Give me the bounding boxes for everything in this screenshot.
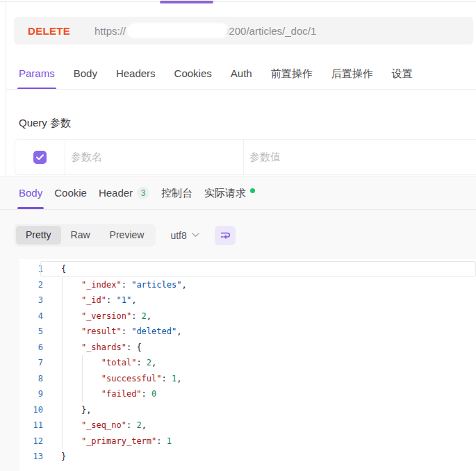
response-tab-label: Header xyxy=(99,186,133,200)
request-url-bar[interactable]: DELETE https://9200/articles/_doc/1 xyxy=(14,17,473,44)
request-tab-1[interactable]: Body xyxy=(74,67,97,81)
api-client-screen: DELETE https://9200/articles/_doc/1 Para… xyxy=(0,0,476,471)
response-tab-1[interactable]: Cookie xyxy=(54,186,87,200)
view-mode-raw[interactable]: Raw xyxy=(61,226,100,245)
param-name-placeholder: 参数名 xyxy=(71,151,102,164)
request-tab-0[interactable]: Params xyxy=(19,67,55,81)
chevron-down-icon xyxy=(192,233,199,238)
code-line-11: 11 "_seq_no": 2, xyxy=(19,418,476,433)
code-line-3: 3 "_id": "1", xyxy=(19,292,476,308)
response-tab-label: 控制台 xyxy=(161,186,192,200)
response-tab-2[interactable]: Header3 xyxy=(99,186,149,200)
line-number: 11 xyxy=(19,418,43,433)
code-line-content: "_seq_no": 2, xyxy=(61,418,147,433)
view-mode-switch: PrettyRawPreview xyxy=(14,224,156,247)
url-prefix: https:// xyxy=(95,25,126,37)
line-number: 12 xyxy=(19,433,43,449)
code-line-10: 10 }, xyxy=(19,402,476,418)
code-line-9: 9 "failed": 0 xyxy=(19,386,476,402)
code-line-8: 8 "successful": 1, xyxy=(19,371,476,387)
request-tabs: ParamsBodyHeadersCookiesAuth前置操作后置操作设置 xyxy=(19,67,413,81)
check-icon xyxy=(36,154,44,160)
header-count-badge: 3 xyxy=(137,187,149,199)
code-line-4: 4 "_version": 2, xyxy=(19,308,476,324)
indent-guide xyxy=(82,355,83,402)
line-number: 7 xyxy=(19,355,43,371)
request-tab-6[interactable]: 后置操作 xyxy=(331,67,373,81)
response-section: BodyCookieHeader3控制台实际请求 PrettyRawPrevie… xyxy=(0,176,476,471)
encoding-value: utf8 xyxy=(170,230,186,241)
redacted-host-blob xyxy=(127,23,229,38)
code-line-5: 5 "result": "deleted", xyxy=(19,324,476,340)
url-suffix: 9200/articles/_doc/1 xyxy=(223,25,316,37)
response-tab-label: Body xyxy=(19,186,42,200)
param-value-input[interactable]: 参数值 xyxy=(244,140,476,174)
view-mode-preview[interactable]: Preview xyxy=(100,226,154,245)
active-line-highlight xyxy=(40,261,476,276)
code-line-content: }, xyxy=(61,402,91,418)
code-line-content: } xyxy=(61,449,66,465)
top-tab-indicator xyxy=(160,1,213,3)
line-number: 4 xyxy=(19,308,43,324)
query-params-title: Query 参数 xyxy=(19,117,71,130)
code-line-content: "_index": "articles", xyxy=(61,277,187,293)
response-toolbar: PrettyRawPreview utf8 xyxy=(14,224,236,247)
code-line-7: 7 "total": 2, xyxy=(19,355,476,371)
code-line-content: "_shards": { xyxy=(61,340,142,356)
word-wrap-icon xyxy=(220,230,231,241)
response-tab-3[interactable]: 控制台 xyxy=(161,186,192,200)
code-line-content: "successful": 1, xyxy=(61,371,181,387)
word-wrap-button[interactable] xyxy=(215,226,236,245)
request-tab-2[interactable]: Headers xyxy=(116,67,156,81)
checkbox-cell xyxy=(15,140,65,174)
code-line-content: "total": 2, xyxy=(61,355,156,371)
indent-guide xyxy=(62,277,63,449)
code-line-content: "_version": 2, xyxy=(61,308,151,324)
param-name-input[interactable]: 参数名 xyxy=(65,140,244,174)
green-dot-indicator xyxy=(250,188,255,193)
encoding-select[interactable]: utf8 xyxy=(170,230,199,241)
code-line-2: 2 "_index": "articles", xyxy=(19,277,476,293)
param-value-placeholder: 参数值 xyxy=(249,151,281,164)
request-tabs-divider xyxy=(6,89,476,90)
response-tab-label: Cookie xyxy=(54,186,87,200)
code-line-12: 12 "_primary_term": 1 xyxy=(19,433,476,449)
request-tab-4[interactable]: Auth xyxy=(231,67,252,81)
line-number: 10 xyxy=(19,402,43,418)
query-params-table: 参数名 参数值 xyxy=(15,139,476,175)
code-line-13: 13} xyxy=(19,449,476,465)
response-tabs-divider xyxy=(0,209,476,210)
request-method-label[interactable]: DELETE xyxy=(28,25,70,37)
code-line-content: "_primary_term": 1 xyxy=(61,433,172,449)
top-tabbar-border xyxy=(0,1,476,2)
code-line-content: "_id": "1", xyxy=(61,292,136,308)
request-url[interactable]: https://9200/articles/_doc/1 xyxy=(95,23,316,38)
code-lines: 1{2 "_index": "articles",3 "_id": "1",4 … xyxy=(19,258,476,465)
request-tab-3[interactable]: Cookies xyxy=(174,67,212,81)
response-editor[interactable]: 1{2 "_index": "articles",3 "_id": "1",4 … xyxy=(19,258,476,471)
code-line-6: 6 "_shards": { xyxy=(19,340,476,356)
line-number: 3 xyxy=(19,292,43,308)
line-number: 13 xyxy=(19,449,43,465)
line-number: 6 xyxy=(19,340,43,356)
select-all-checkbox[interactable] xyxy=(33,151,47,164)
code-line-content: "result": "deleted", xyxy=(61,324,181,340)
line-number: 5 xyxy=(19,324,43,340)
response-tab-label: 实际请求 xyxy=(204,186,246,200)
response-tab-4[interactable]: 实际请求 xyxy=(204,186,255,200)
line-number: 2 xyxy=(19,277,43,293)
response-tab-0[interactable]: Body xyxy=(19,186,42,200)
line-number: 9 xyxy=(19,386,43,402)
code-line-content: "failed": 0 xyxy=(61,386,156,402)
response-tabs: BodyCookieHeader3控制台实际请求 xyxy=(19,186,255,200)
request-tab-5[interactable]: 前置操作 xyxy=(271,67,313,81)
request-tab-7[interactable]: 设置 xyxy=(392,67,413,81)
view-mode-pretty[interactable]: Pretty xyxy=(16,226,61,245)
line-number: 1 xyxy=(19,261,43,277)
line-number: 8 xyxy=(19,371,43,387)
